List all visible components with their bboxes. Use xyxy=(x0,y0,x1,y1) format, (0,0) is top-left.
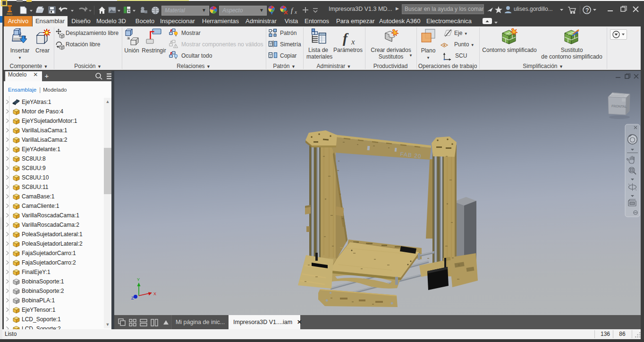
svg-text:x: x xyxy=(351,37,355,46)
svg-text:X: X xyxy=(153,291,156,296)
svg-text:Z: Z xyxy=(131,296,134,300)
svg-text:f: f xyxy=(343,30,349,46)
svg-text:Y: Y xyxy=(137,277,140,282)
svg-text:FRONTAL: FRONTAL xyxy=(611,104,627,108)
